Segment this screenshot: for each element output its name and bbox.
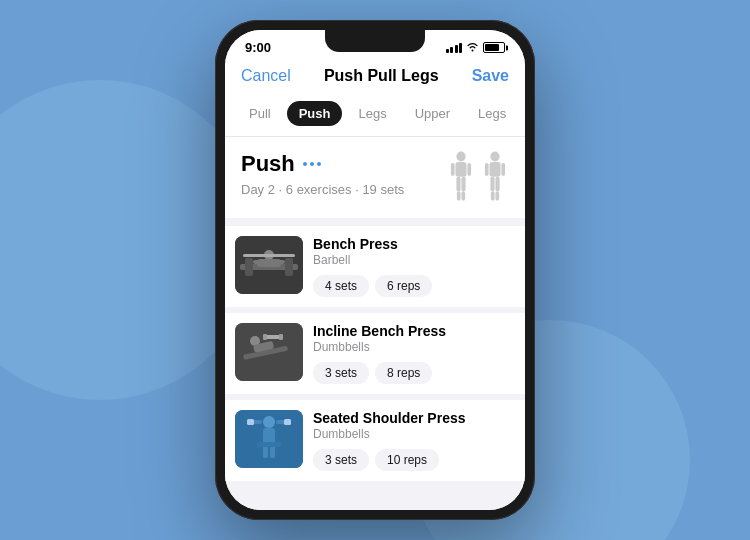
exercise-name-seated-shoulder-press: Seated Shoulder Press xyxy=(313,410,511,426)
signal-icon xyxy=(446,43,463,53)
tab-push[interactable]: Push xyxy=(287,101,343,126)
exercise-name-bench-press: Bench Press xyxy=(313,236,511,252)
svg-rect-18 xyxy=(245,258,253,276)
wifi-icon xyxy=(466,42,479,54)
body-front-icon xyxy=(447,151,475,206)
svg-point-8 xyxy=(490,151,499,161)
exercise-thumbnail-seated-shoulder-press xyxy=(235,410,303,468)
svg-rect-30 xyxy=(263,334,267,340)
svg-rect-1 xyxy=(456,162,467,177)
phone-screen: 9:00 xyxy=(225,30,525,510)
svg-rect-5 xyxy=(461,177,465,192)
phone-mockup: 9:00 xyxy=(215,20,535,520)
svg-rect-23 xyxy=(278,260,285,264)
tab-bar: Pull Push Legs Upper Legs xyxy=(225,95,525,137)
phone-body: 9:00 xyxy=(215,20,535,520)
svg-point-0 xyxy=(456,151,465,161)
svg-rect-14 xyxy=(491,191,495,200)
svg-rect-22 xyxy=(253,260,260,264)
svg-rect-3 xyxy=(467,163,471,176)
svg-rect-4 xyxy=(456,177,460,192)
exercise-info-incline-bench-press: Incline Bench Press Dumbbells 3 sets 8 r… xyxy=(313,323,511,384)
exercise-info-seated-shoulder-press: Seated Shoulder Press Dumbbells 3 sets 1… xyxy=(313,410,511,471)
exercise-card-seated-shoulder-press[interactable]: Seated Shoulder Press Dumbbells 3 sets 1… xyxy=(225,400,525,481)
tab-upper[interactable]: Upper xyxy=(403,101,462,126)
status-icons xyxy=(446,42,506,54)
save-button[interactable]: Save xyxy=(472,67,509,85)
status-time: 9:00 xyxy=(245,40,271,55)
svg-rect-10 xyxy=(485,163,489,176)
day-subtitle: Day 2 · 6 exercises · 19 sets xyxy=(241,181,447,199)
svg-rect-15 xyxy=(495,191,499,200)
svg-rect-41 xyxy=(257,442,281,447)
body-figure xyxy=(447,151,509,206)
svg-rect-37 xyxy=(247,419,254,425)
exercise-list: Bench Press Barbell 4 sets 6 reps xyxy=(225,226,525,491)
exercise-thumbnail-bench-press xyxy=(235,236,303,294)
exercise-equipment-incline-bench-press: Dumbbells xyxy=(313,340,511,354)
svg-rect-34 xyxy=(263,428,275,444)
svg-rect-19 xyxy=(285,258,293,276)
exercise-name-incline-bench-press: Incline Bench Press xyxy=(313,323,511,339)
svg-rect-13 xyxy=(495,177,499,192)
svg-rect-6 xyxy=(457,191,461,200)
svg-point-33 xyxy=(263,416,275,428)
tab-legs-2[interactable]: Legs xyxy=(466,101,518,126)
exercise-equipment-seated-shoulder-press: Dumbbells xyxy=(313,427,511,441)
tab-legs-1[interactable]: Legs xyxy=(346,101,398,126)
tab-pull[interactable]: Pull xyxy=(237,101,283,126)
content-area: Push Day 2 · 6 exercises · 19 sets xyxy=(225,137,525,510)
sets-tag-seated-shoulder-press: 3 sets xyxy=(313,449,369,471)
svg-rect-38 xyxy=(284,419,291,425)
nav-title: Push Pull Legs xyxy=(324,67,439,85)
svg-rect-31 xyxy=(279,334,283,340)
exercise-card-bench-press[interactable]: Bench Press Barbell 4 sets 6 reps xyxy=(225,226,525,307)
push-header: Push Day 2 · 6 exercises · 19 sets xyxy=(225,137,525,218)
svg-rect-12 xyxy=(490,177,494,192)
day-title: Push xyxy=(241,151,295,177)
svg-rect-11 xyxy=(501,163,505,176)
sets-tag-bench-press: 4 sets xyxy=(313,275,369,297)
reps-tag-bench-press: 6 reps xyxy=(375,275,432,297)
sets-tag-incline-bench-press: 3 sets xyxy=(313,362,369,384)
exercise-tags-bench-press: 4 sets 6 reps xyxy=(313,275,511,297)
svg-rect-9 xyxy=(490,162,501,177)
phone-notch xyxy=(325,30,425,52)
cancel-button[interactable]: Cancel xyxy=(241,67,291,85)
svg-rect-29 xyxy=(265,335,281,339)
nav-header: Cancel Push Pull Legs Save xyxy=(225,59,525,95)
svg-rect-24 xyxy=(243,254,295,257)
reps-tag-incline-bench-press: 8 reps xyxy=(375,362,432,384)
body-back-icon xyxy=(481,151,509,206)
exercise-tags-incline-bench-press: 3 sets 8 reps xyxy=(313,362,511,384)
more-options-button[interactable] xyxy=(303,162,321,166)
exercise-card-incline-bench-press[interactable]: Incline Bench Press Dumbbells 3 sets 8 r… xyxy=(225,313,525,394)
exercise-thumbnail-incline-bench-press xyxy=(235,323,303,381)
svg-rect-7 xyxy=(461,191,465,200)
exercise-equipment-bench-press: Barbell xyxy=(313,253,511,267)
exercise-tags-seated-shoulder-press: 3 sets 10 reps xyxy=(313,449,511,471)
svg-rect-21 xyxy=(257,259,281,267)
battery-icon xyxy=(483,42,505,53)
reps-tag-seated-shoulder-press: 10 reps xyxy=(375,449,439,471)
svg-rect-2 xyxy=(451,163,455,176)
exercise-info-bench-press: Bench Press Barbell 4 sets 6 reps xyxy=(313,236,511,297)
